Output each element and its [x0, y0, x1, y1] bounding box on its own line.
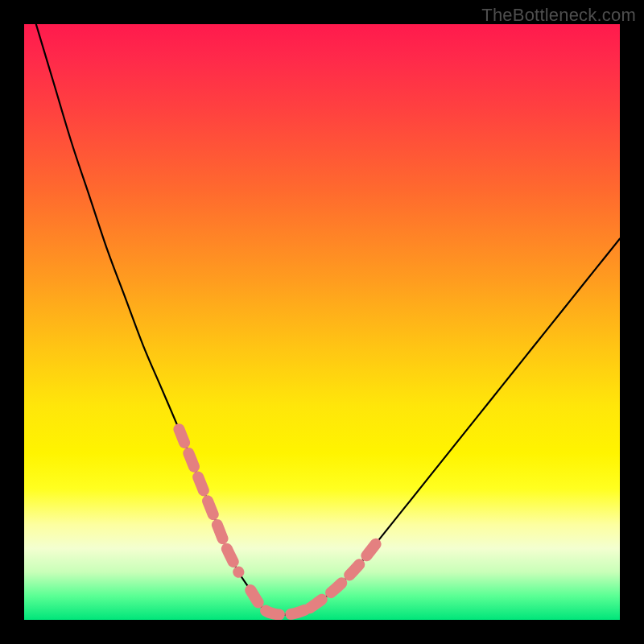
plot-area: [24, 24, 620, 620]
highlight-segment: [250, 590, 310, 615]
highlight-segment: [310, 536, 382, 608]
bottleneck-curve: [36, 24, 620, 615]
highlight-segment: [179, 429, 238, 572]
highlight-segments: [179, 429, 382, 614]
curve-layer: [24, 24, 620, 620]
watermark-label: TheBottleneck.com: [481, 5, 636, 26]
chart-frame: TheBottleneck.com: [0, 0, 644, 644]
